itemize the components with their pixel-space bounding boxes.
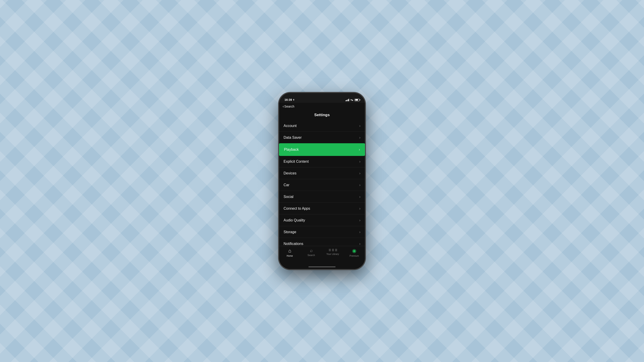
chevron-right-icon-storage: ›	[359, 230, 360, 234]
tab-icon-search: ⌕	[310, 248, 313, 253]
home-indicator	[279, 265, 365, 269]
chevron-right-icon-account: ›	[359, 124, 360, 128]
settings-item-storage[interactable]: Storage›	[279, 226, 365, 238]
tab-icon-library: ⫼⫼⫼	[328, 248, 338, 252]
tab-item-home[interactable]: ⌂Home	[279, 248, 300, 257]
tab-icon-premium: ◉	[352, 248, 356, 254]
settings-label-account: Account	[284, 124, 297, 128]
back-navigation: ‹ Search	[279, 103, 365, 110]
chevron-right-icon-notifications: ›	[359, 242, 360, 246]
notch	[305, 93, 339, 99]
tab-bar: ⌂Home⌕Search⫼⫼⫼Your Library◉Premium	[279, 246, 365, 265]
settings-item-notifications[interactable]: Notifications›	[279, 238, 365, 246]
settings-label-storage: Storage	[284, 230, 296, 234]
page-title: Settings	[314, 113, 330, 117]
chevron-right-icon-social: ›	[359, 195, 360, 199]
settings-item-audio-quality[interactable]: Audio Quality›	[279, 214, 365, 226]
settings-label-devices: Devices	[284, 171, 296, 175]
location-icon: ⬆	[293, 99, 295, 101]
chevron-right-icon-devices: ›	[359, 171, 360, 175]
tab-item-premium[interactable]: ◉Premium	[344, 248, 365, 257]
signal-bar-3	[348, 99, 348, 101]
signal-bar-1	[346, 100, 346, 101]
tab-item-search[interactable]: ⌕Search	[300, 248, 322, 257]
tab-label-home: Home	[287, 255, 293, 257]
screen: ‹ Search Settings Account›Data Saver›Pla…	[279, 103, 365, 246]
settings-item-connect-to-apps[interactable]: Connect to Apps›	[279, 203, 365, 214]
chevron-right-icon-car: ›	[359, 183, 360, 187]
tab-label-search: Search	[308, 254, 315, 257]
settings-item-playback[interactable]: Playback›	[279, 144, 365, 155]
settings-list: Account›Data Saver›Playback›Explicit Con…	[279, 120, 365, 246]
tab-label-premium: Premium	[350, 255, 359, 257]
settings-label-explicit-content: Explicit Content	[284, 160, 309, 164]
chevron-right-icon-data-saver: ›	[359, 136, 360, 140]
time-display: 16:39	[284, 98, 292, 101]
page-header: Settings	[279, 110, 365, 120]
home-bar	[308, 266, 336, 267]
battery-icon	[354, 99, 360, 101]
signal-bar-4	[348, 99, 349, 101]
chevron-right-icon-audio-quality: ›	[359, 218, 360, 222]
wifi-icon: ▾▴	[350, 98, 353, 101]
chevron-right-icon-playback: ›	[359, 148, 360, 152]
settings-label-playback: Playback	[284, 148, 299, 152]
settings-label-data-saver: Data Saver	[284, 136, 302, 140]
settings-item-account[interactable]: Account›	[279, 120, 365, 132]
settings-label-audio-quality: Audio Quality	[284, 218, 305, 222]
settings-label-connect-to-apps: Connect to Apps	[284, 207, 310, 211]
settings-item-data-saver[interactable]: Data Saver›	[279, 132, 365, 143]
chevron-right-icon-connect-to-apps: ›	[359, 207, 360, 211]
tab-item-library[interactable]: ⫼⫼⫼Your Library	[322, 248, 344, 255]
status-icons: ▾▴	[346, 98, 360, 101]
settings-label-car: Car	[284, 183, 290, 187]
tab-label-library: Your Library	[326, 253, 339, 255]
phone-shell: 16:39 ⬆ ▾▴ ‹ Search Settings	[279, 93, 365, 269]
chevron-right-icon-explicit-content: ›	[359, 160, 360, 164]
status-time: 16:39 ⬆	[284, 98, 295, 101]
battery-fill	[355, 99, 358, 100]
settings-item-social[interactable]: Social›	[279, 191, 365, 203]
settings-item-explicit-content[interactable]: Explicit Content›	[279, 156, 365, 167]
signal-bar-2	[346, 100, 347, 101]
settings-label-notifications: Notifications	[284, 242, 303, 246]
tab-icon-home: ⌂	[288, 248, 291, 254]
settings-item-devices[interactable]: Devices›	[279, 167, 365, 179]
settings-label-social: Social	[284, 195, 294, 199]
back-link[interactable]: ‹ Search	[283, 104, 294, 108]
settings-item-car[interactable]: Car›	[279, 179, 365, 191]
back-label: Search	[284, 105, 294, 108]
signal-bars	[346, 98, 349, 101]
back-chevron-icon: ‹	[283, 104, 284, 108]
